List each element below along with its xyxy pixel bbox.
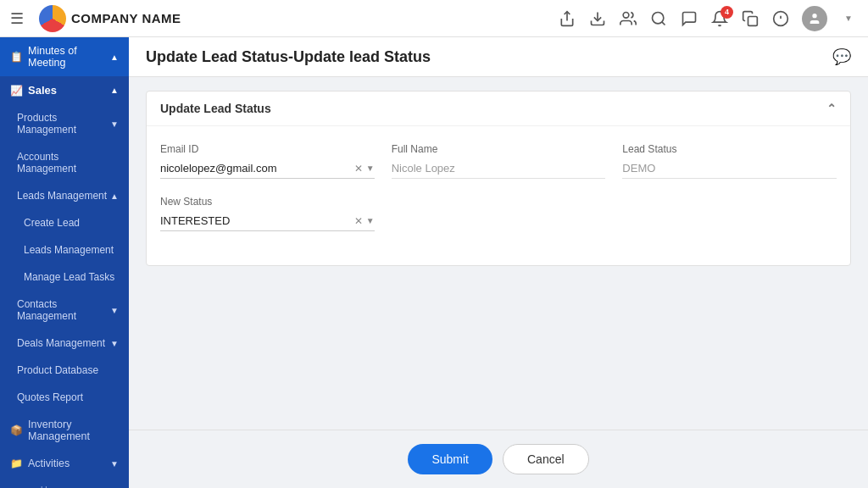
sidebar-item-accounts-management[interactable]: Accounts Management [0,143,129,182]
sidebar-item-sales[interactable]: 📈 Sales ▲ [0,76,129,104]
sidebar-label-accounts-management: Accounts Management [17,151,119,175]
topnav-icons: 4 ▼ [558,6,858,31]
download-icon[interactable] [588,9,607,28]
sidebar-label-contacts-management: Contacts Management [17,298,110,322]
email-label: Email ID [160,143,375,155]
minutes-of-meeting-icon: 📋 [10,51,23,63]
fullname-value: Nicole Lopez [392,158,606,179]
chat-bubble-icon[interactable]: 💬 [832,47,851,66]
sidebar-label-quotes-report: Quotes Report [17,391,83,403]
sidebar-item-quotes-report[interactable]: Quotes Report [0,384,129,411]
sidebar-label-deals-management: Deals Management [17,337,105,349]
hamburger-icon[interactable]: ☰ [10,9,24,28]
info-icon[interactable] [771,9,790,28]
dropdown-email-icon[interactable]: ▼ [366,164,375,173]
clear-email-icon[interactable]: ✕ [354,163,363,175]
search-icon[interactable] [649,9,668,28]
card-title: Update Lead Status [160,102,271,115]
page-title: Update Lead Status-Update lead Status [146,48,431,66]
sidebar-item-contacts-management[interactable]: Contacts Management ▼ [0,291,129,330]
sidebar-label-product-database: Product Database [17,364,98,376]
chat-icon[interactable] [680,9,698,28]
form-row-1: Email ID ✕ ▼ Full Name [160,143,837,179]
topnav-left: ☰ COMPANY NAME [10,5,558,32]
svg-point-3 [653,12,664,23]
sidebar-item-products-management[interactable]: Products Management ▼ [0,104,129,143]
logo-icon [39,5,66,32]
sidebar-label-manage-lead-tasks: Manage Lead Tasks [24,271,114,283]
avatar[interactable] [802,6,827,31]
email-input-actions: ✕ ▼ [354,163,375,175]
sidebar-item-product-database[interactable]: Product Database [0,357,129,384]
activities-icon: 📁 [10,458,23,469]
users-icon[interactable] [619,9,637,28]
sidebar-label-activities: Activities [28,458,70,469]
update-lead-status-card: Update Lead Status ⌃ Email ID ✕ [146,91,851,266]
form-row-2: New Status ✕ ▼ [160,196,837,231]
sidebar-item-minutes-of-meeting[interactable]: 📋 Minutes of Meeting ▲ [0,37,129,76]
email-input-wrap: ✕ ▼ [160,158,375,179]
fullname-label: Full Name [392,143,606,155]
layout: 📋 Minutes of Meeting ▲ 📈 Sales ▲ Product… [0,37,868,488]
task-icon[interactable] [741,9,760,28]
chevron-down-icon-deals: ▼ [110,339,119,348]
sidebar-label-products-management: Products Management [17,112,110,136]
share-icon[interactable] [558,9,576,28]
svg-rect-5 [748,16,758,25]
sales-icon: 📈 [10,85,23,97]
sidebar-label-sales: Sales [28,84,57,97]
chevron-down-icon-contacts: ▼ [110,306,119,315]
inventory-icon: 📦 [10,424,23,436]
chevron-up-icon: ▲ [110,86,119,95]
form-group-lead-status: Lead Status DEMO [622,143,837,179]
sidebar-item-leads-management-section[interactable]: Leads Management ▲ [0,182,129,209]
form-group-empty-2 [622,196,837,231]
card-header: Update Lead Status ⌃ [147,92,850,126]
page-footer: Submit Cancel [129,430,868,488]
lead-status-label: Lead Status [622,143,837,155]
notification-badge: 4 [721,6,733,19]
page-body: Update Lead Status ⌃ Email ID ✕ [129,77,868,430]
card-body: Email ID ✕ ▼ Full Name [147,126,850,265]
notifications-icon[interactable]: 4 [710,9,729,28]
new-status-label: New Status [160,196,375,208]
form-group-empty-1 [392,196,606,231]
sidebar-item-inventory-management[interactable]: 📦 Inventory Management [0,411,129,450]
sidebar-item-activities[interactable]: 📁 Activities ▼ [0,450,129,477]
logo: COMPANY NAME [39,5,181,32]
new-status-input[interactable] [160,214,354,227]
sidebar-powered: powered by quixy [0,477,129,488]
lead-status-value: DEMO [622,158,837,179]
topnav: ☰ COMPANY NAME 4 [0,0,868,37]
chevron-down-icon-activities: ▼ [110,459,119,469]
chevron-down-icon-products: ▼ [110,119,119,129]
sidebar-label-leads-management: Leads Management [24,244,114,256]
dropdown-new-status-icon[interactable]: ▼ [366,216,375,225]
sidebar-item-manage-lead-tasks[interactable]: Manage Lead Tasks [0,263,129,291]
svg-line-4 [662,21,665,25]
avatar-chevron-down-icon[interactable]: ▼ [839,9,858,28]
sidebar-item-create-lead[interactable]: Create Lead [0,209,129,236]
email-input[interactable] [160,162,354,175]
form-group-new-status: New Status ✕ ▼ [160,196,375,231]
new-status-input-wrap: ✕ ▼ [160,211,375,231]
sidebar: 📋 Minutes of Meeting ▲ 📈 Sales ▲ Product… [0,37,129,488]
cancel-button[interactable]: Cancel [503,444,589,474]
sidebar-item-deals-management[interactable]: Deals Management ▼ [0,330,129,357]
chevron-down-icon: ▲ [110,53,119,62]
svg-point-9 [812,14,816,18]
company-name: COMPANY NAME [71,11,181,25]
sidebar-label-minutes-of-meeting: Minutes of Meeting [28,45,110,69]
sidebar-label-create-lead: Create Lead [24,217,80,229]
form-group-email: Email ID ✕ ▼ [160,143,375,179]
submit-button[interactable]: Submit [408,444,492,474]
sidebar-label-inventory-management: Inventory Management [28,419,119,442]
sidebar-label-leads-management-section: Leads Management [17,190,107,202]
collapse-icon[interactable]: ⌃ [826,102,837,115]
clear-new-status-icon[interactable]: ✕ [354,215,363,227]
form-group-fullname: Full Name Nicole Lopez [392,143,606,179]
sidebar-item-leads-management[interactable]: Leads Management [0,236,129,263]
page-header: Update Lead Status-Update lead Status 💬 [129,37,868,77]
main-content: Update Lead Status-Update lead Status 💬 … [129,37,868,488]
chevron-up-icon-leads: ▲ [110,191,119,201]
